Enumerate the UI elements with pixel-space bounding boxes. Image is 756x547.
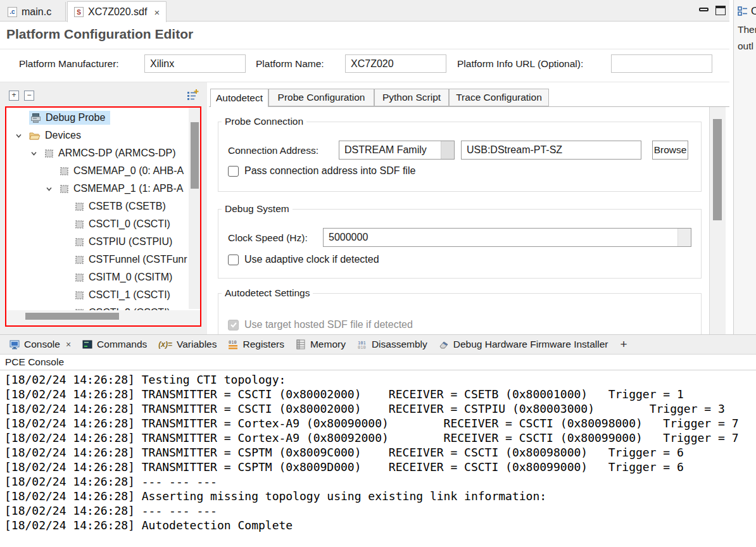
chip-icon [75, 255, 84, 265]
minimize-icon[interactable] [699, 8, 709, 11]
chevron-down-icon[interactable] [15, 132, 29, 139]
console-line: [18/02/24 14:26:28] --- --- --- [4, 475, 217, 488]
outline-panel: O Ther outl [733, 0, 756, 336]
autodetect-settings-title: Autodetect Settings [222, 287, 313, 299]
collapse-all-icon[interactable]: − [24, 91, 34, 101]
tab-label: Probe Configuration [278, 92, 365, 103]
chevron-down-icon[interactable] [46, 185, 60, 192]
tree-vertical-scrollbar-thumb[interactable] [191, 122, 199, 189]
tree-item-cstpiu[interactable]: CSTPIU (CSTPIU) [6, 233, 189, 251]
sdf-file-icon: S [74, 7, 84, 17]
tree-item-csitm-0[interactable]: CSITM_0 (CSITM) [6, 268, 189, 286]
close-tab-icon[interactable]: × [154, 7, 160, 18]
tree-item-label: CSTFunnel (CSTFunr [89, 254, 187, 265]
tree-item-csetb[interactable]: CSETB (CSETB) [6, 198, 189, 215]
tree-item-label: CSCTI_1 (CSCTI) [89, 289, 170, 301]
tree-horizontal-scrollbar-thumb[interactable] [25, 313, 119, 320]
console-line: [18/02/24 14:26:28] TRANSMITTER = Cortex… [4, 431, 739, 444]
tree-item-cscti-1[interactable]: CSCTI_1 (CSCTI) [6, 286, 189, 304]
maximize-icon[interactable] [715, 6, 726, 15]
connection-address-input[interactable]: USB:DStream-PT-SZ [461, 141, 641, 160]
svg-text:010: 010 [358, 345, 366, 349]
tree-item-armcs-dp[interactable]: ARMCS-DP (ARMCS-DP) [6, 144, 189, 162]
tree-item-label: CSMEMAP_0 (0: AHB-A [73, 165, 184, 177]
adaptive-clock-checkbox[interactable] [228, 255, 239, 265]
platform-name-input[interactable]: XC7Z020 [345, 54, 446, 73]
tab-label: Autodetect [216, 92, 263, 104]
connection-family-select[interactable]: DSTREAM Family [339, 141, 455, 160]
tree-item-debug-probe[interactable]: Debug Probe [6, 109, 189, 127]
pass-address-checkbox-row[interactable]: Pass connection address into SDF file [228, 165, 415, 177]
tree-item-cscti-0[interactable]: CSCTI_0 (CSCTI) [6, 215, 189, 233]
clock-speed-label: Clock Speed (Hz): [228, 232, 308, 244]
connection-address-value: USB:DStream-PT-SZ [467, 144, 562, 156]
disassembly-icon: 101 010 [357, 339, 367, 349]
tree-item-label: ARMCS-DP (ARMCS-DP) [58, 148, 175, 159]
console-output[interactable]: [18/02/24 14:26:28] Testing CTI topology… [4, 372, 739, 532]
tab-label: Console [24, 339, 60, 350]
tree-item-devices[interactable]: Devices [6, 127, 189, 144]
console-line: [18/02/24 14:26:28] TRANSMITTER = CSPTM … [4, 460, 684, 474]
console-line: [18/02/24 14:26:28] Asserting missing to… [4, 489, 546, 503]
selection-highlight: Debug Probe [29, 111, 110, 125]
outline-message-line-1: Ther [738, 24, 756, 35]
platform-manufacturer-label: Platform Manufacturer: [19, 58, 119, 70]
tree-item-label: CSETB (CSETB) [89, 201, 166, 212]
console-line: [18/02/24 14:26:28] TRANSMITTER = CSCTI … [4, 402, 725, 415]
autodetect-editor-panel: Autodetect Probe Configuration Python Sc… [209, 82, 729, 334]
tab-memory[interactable]: Memory [291, 335, 350, 354]
chip-icon [75, 202, 84, 211]
tree-item-csmemap-1[interactable]: CSMEMAP_1 (1: APB-A [6, 180, 189, 198]
tab-label: Debug Hardware Firmware Installer [453, 339, 608, 350]
platform-info-url-input[interactable] [611, 54, 712, 73]
editor-tab-bar: .c main.c S XC7Z020.sdf × [0, 0, 729, 22]
tab-python-script[interactable]: Python Script [374, 89, 449, 106]
add-view-button[interactable]: + [615, 337, 632, 351]
tab-probe-configuration[interactable]: Probe Configuration [268, 89, 374, 106]
firmware-installer-icon [439, 339, 449, 349]
tab-console[interactable]: Console × [5, 335, 75, 354]
target-hosted-sdf-checkbox-row[interactable]: Use target hosted SDF file if detected [228, 319, 413, 330]
tab-debug-hw-firmware-installer[interactable]: Debug Hardware Firmware Installer [434, 335, 613, 354]
debug-system-title: Debug System [222, 203, 293, 215]
tab-commands[interactable]: Commands [78, 335, 151, 354]
console-icon [9, 339, 20, 349]
tree-item-cscti-2-partial[interactable]: CSCTI_2 (CSCTI) [6, 304, 189, 310]
add-device-icon[interactable] [186, 89, 199, 101]
chip-icon [44, 149, 54, 158]
tab-main-c-label: main.c [22, 6, 51, 18]
editor-vertical-scrollbar-thumb[interactable] [713, 119, 722, 220]
target-hosted-sdf-checkbox[interactable] [228, 320, 239, 330]
browse-button[interactable]: Browse [652, 141, 688, 160]
adaptive-clock-label: Use adaptive clock if detected [244, 254, 379, 265]
tab-underline [209, 106, 729, 107]
platform-manufacturer-input[interactable]: Xilinx [144, 54, 246, 73]
tab-disassembly[interactable]: 101 010 Disassembly [353, 335, 432, 354]
commands-icon [82, 339, 92, 349]
chip-icon [75, 220, 84, 229]
dropdown-arrow-area[interactable] [441, 141, 454, 159]
tab-label: Registers [243, 339, 284, 350]
pass-address-checkbox[interactable] [228, 166, 239, 177]
tab-main-c[interactable]: .c main.c [1, 2, 66, 22]
adaptive-clock-checkbox-row[interactable]: Use adaptive clock if detected [228, 254, 379, 265]
clock-speed-input[interactable]: 5000000 [323, 228, 691, 247]
tree-item-cstfunnel[interactable]: CSTFunnel (CSTFunr [6, 251, 189, 268]
c-file-icon: .c [8, 7, 17, 17]
tab-trace-configuration[interactable]: Trace Configuration [449, 89, 549, 106]
tab-xc7z020-sdf[interactable]: S XC7Z020.sdf × [67, 1, 167, 22]
chevron-down-icon[interactable] [30, 150, 44, 157]
tab-label: Python Script [382, 92, 441, 103]
expand-all-icon[interactable]: + [9, 91, 19, 101]
registers-icon: 010 [228, 339, 238, 349]
close-console-icon[interactable]: × [66, 339, 71, 349]
chip-icon [75, 237, 84, 247]
tab-variables[interactable]: (x)= Variables [154, 335, 221, 354]
chip-icon [60, 184, 69, 194]
tree-item-label: CSCTI_0 (CSCTI) [89, 218, 170, 230]
folder-open-icon [29, 131, 41, 141]
dropdown-arrow-area[interactable] [677, 229, 691, 246]
tab-autodetect[interactable]: Autodetect [210, 89, 268, 107]
tree-item-csmemap-0[interactable]: CSMEMAP_0 (0: AHB-A [6, 162, 189, 180]
tab-registers[interactable]: 010 Registers [224, 335, 288, 354]
